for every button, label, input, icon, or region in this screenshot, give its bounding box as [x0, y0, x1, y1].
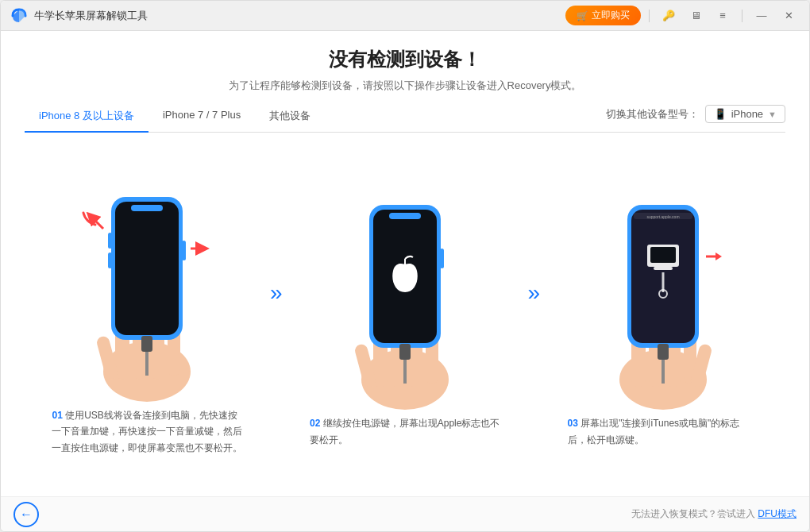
svg-marker-41	[716, 253, 722, 260]
step-1: 01 使用USB线将设备连接到电脑，先快速按一下音量加键，再快速按一下音量减键，…	[25, 177, 270, 456]
device-value: iPhone	[731, 108, 763, 120]
step-2-text: 02 继续按住电源键，屏幕出现Apple标志也不要松开。	[302, 415, 508, 448]
step-1-num: 01	[52, 410, 62, 421]
svg-rect-37	[650, 247, 676, 263]
divider2	[742, 10, 742, 22]
app-window: 牛学长苹果屏幕解锁工具 🛒 立即购买 🔑 🖥 ≡ — ✕ 没有检测到设备！ 为了…	[0, 0, 810, 532]
steps-area: 01 使用USB线将设备连接到电脑，先快速按一下音量加键，再快速按一下音量减键，…	[25, 133, 785, 496]
step-1-image	[52, 177, 242, 407]
svg-rect-8	[131, 205, 163, 211]
footer-hint: 无法进入恢复模式？尝试进入 DFU模式	[631, 507, 796, 521]
step-3: support.apple.com 03 屏幕出现"连接到iTunes或电脑"的…	[540, 185, 785, 448]
key-button[interactable]: 🔑	[658, 7, 680, 25]
back-button[interactable]: ←	[14, 502, 39, 527]
step-2:  02 继	[283, 185, 528, 448]
phone-icon: 📱	[714, 108, 727, 120]
close-button[interactable]: ✕	[777, 7, 800, 25]
tab-other[interactable]: 其他设备	[255, 101, 325, 133]
steps-images: 01 使用USB线将设备连接到电脑，先快速按一下音量加键，再快速按一下音量减键，…	[25, 133, 785, 496]
main-subtitle: 为了让程序能够检测到设备，请按照以下操作步骤让设备进入Recovery模式。	[25, 79, 785, 93]
tab-iphone7[interactable]: iPhone 7 / 7 Plus	[148, 101, 255, 133]
menu-button[interactable]: ≡	[712, 7, 734, 25]
tabs-right: 切换其他设备型号： 📱 iPhone ▼	[606, 105, 785, 128]
app-logo	[10, 7, 28, 25]
buy-button[interactable]: 🛒 立即购买	[565, 6, 641, 25]
dfu-link[interactable]: DFU模式	[758, 508, 796, 519]
svg-rect-11	[182, 241, 186, 260]
svg-rect-44	[658, 344, 669, 360]
content-area: 没有检测到设备！ 为了让程序能够检测到设备，请按照以下操作步骤让设备进入Reco…	[1, 31, 809, 496]
step-1-text: 01 使用USB线将设备连接到电脑，先快速按一下音量加键，再快速按一下音量减键，…	[44, 407, 250, 456]
step-3-desc: 屏幕出现"连接到iTunes或电脑"的标志后，松开电源键。	[568, 418, 740, 445]
chevron-down-icon: ▼	[768, 110, 777, 119]
svg-rect-22	[389, 213, 421, 219]
tabs-left: iPhone 8 及以上设备 iPhone 7 / 7 Plus 其他设备	[25, 101, 325, 132]
svg-rect-9	[108, 233, 112, 249]
arrow-2-3: »	[527, 280, 540, 306]
cart-icon: 🛒	[577, 10, 588, 21]
svg-rect-12	[141, 336, 152, 352]
svg-rect-10	[108, 253, 112, 268]
arrow-1-2: »	[270, 280, 283, 306]
svg-rect-24	[440, 249, 444, 268]
tabs-row: iPhone 8 及以上设备 iPhone 7 / 7 Plus 其他设备 切换…	[25, 101, 785, 133]
device-selector-label: 切换其他设备型号：	[606, 107, 699, 121]
step-3-text: 03 屏幕出现"连接到iTunes或电脑"的标志后，松开电源键。	[560, 415, 766, 448]
step-3-image: support.apple.com	[568, 185, 758, 415]
title-bar-left: 牛学长苹果屏幕解锁工具	[10, 7, 148, 25]
main-header: 没有检测到设备！ 为了让程序能够检测到设备，请按照以下操作步骤让设备进入Reco…	[25, 31, 785, 101]
main-title: 没有检测到设备！	[25, 47, 785, 72]
tab-iphone8[interactable]: iPhone 8 及以上设备	[25, 101, 148, 133]
title-bar: 牛学长苹果屏幕解锁工具 🛒 立即购买 🔑 🖥 ≡ — ✕	[1, 1, 809, 31]
step-2-image: 	[310, 185, 500, 415]
app-title: 牛学长苹果屏幕解锁工具	[34, 9, 148, 23]
step-2-num: 02	[310, 418, 320, 429]
svg-rect-7	[115, 202, 179, 335]
footer-bar: ← 无法进入恢复模式？尝试进入 DFU模式	[1, 496, 809, 531]
svg-rect-38	[654, 267, 673, 270]
svg-text:support.apple.com: support.apple.com	[646, 214, 679, 219]
minimize-button[interactable]: —	[750, 7, 773, 25]
device-selector[interactable]: 📱 iPhone ▼	[705, 105, 785, 123]
step-3-num: 03	[568, 418, 578, 429]
divider	[649, 10, 650, 22]
step-1-desc: 使用USB线将设备连接到电脑，先快速按一下音量加键，再快速按一下音量减键，然后一…	[52, 410, 242, 453]
step-2-desc: 继续按住电源键，屏幕出现Apple标志也不要松开。	[310, 418, 499, 445]
svg-rect-25	[399, 344, 411, 360]
title-bar-right: 🛒 立即购买 🔑 🖥 ≡ — ✕	[565, 6, 800, 25]
monitor-button[interactable]: 🖥	[685, 7, 707, 25]
